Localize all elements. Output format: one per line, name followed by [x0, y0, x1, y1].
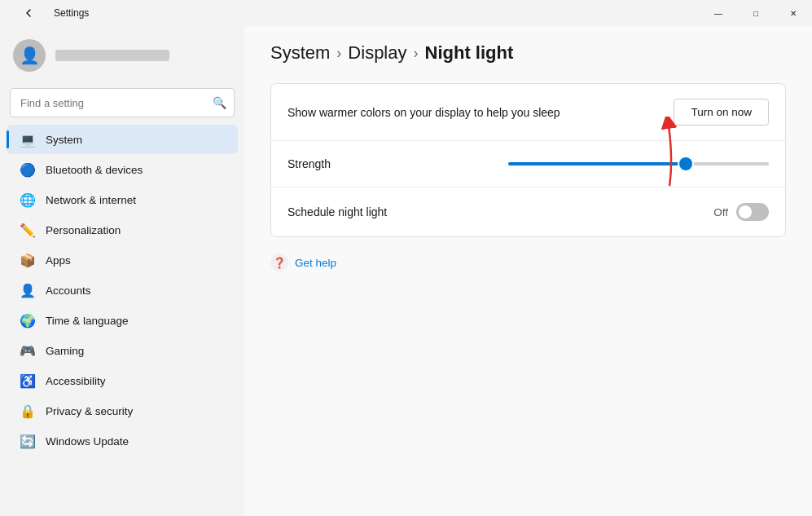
sidebar-item-time[interactable]: 🌍Time & language [7, 306, 238, 335]
titlebar: Settings — □ ✕ [0, 0, 812, 26]
schedule-toggle[interactable] [736, 203, 769, 221]
gaming-icon: 🎮 [20, 342, 36, 359]
strength-label: Strength [287, 157, 331, 170]
sidebar-label-privacy: Privacy & security [46, 405, 133, 417]
sidebar-label-apps: Apps [46, 254, 71, 267]
content-area: System › Display › Night light Show warm… [244, 26, 812, 516]
search-box: 🔍 [10, 88, 235, 117]
breadcrumb-sep1: › [336, 45, 341, 62]
sidebar-label-time: Time & language [46, 315, 129, 327]
slider-thumb [679, 157, 692, 170]
minimize-button[interactable]: — [700, 0, 737, 26]
schedule-off-label: Off [713, 206, 728, 218]
strength-slider[interactable] [508, 162, 769, 165]
sidebar: 👤 🔍 💻System🔵Bluetooth & devices🌐Network … [0, 26, 244, 516]
sidebar-label-network: Network & internet [46, 194, 136, 206]
schedule-toggle-wrapper: Off [713, 203, 769, 221]
sidebar-label-personalization: Personalization [46, 224, 121, 236]
sidebar-label-gaming: Gaming [46, 345, 84, 357]
sidebar-label-accounts: Accounts [46, 284, 91, 297]
slider-fill [508, 162, 686, 165]
sidebar-item-accessibility[interactable]: ♿Accessibility [7, 366, 238, 395]
sidebar-item-update[interactable]: 🔄Windows Update [7, 426, 238, 456]
search-icon: 🔍 [213, 96, 226, 109]
search-input[interactable] [10, 88, 235, 117]
system-icon: 💻 [20, 131, 36, 148]
sidebar-item-network[interactable]: 🌐Network & internet [7, 185, 238, 214]
app-title: Settings [54, 7, 89, 19]
settings-card: Show warmer colors on your display to he… [270, 83, 786, 237]
help-label: Get help [295, 257, 336, 269]
accounts-icon: 👤 [20, 282, 36, 298]
bluetooth-icon: 🔵 [20, 161, 36, 178]
close-button[interactable]: ✕ [775, 0, 812, 26]
help-icon: ❓ [270, 254, 288, 271]
user-icon: 👤 [20, 46, 40, 65]
sidebar-item-bluetooth[interactable]: 🔵Bluetooth & devices [7, 155, 238, 184]
main-container: 👤 🔍 💻System🔵Bluetooth & devices🌐Network … [0, 26, 812, 516]
schedule-label: Schedule night light [287, 205, 387, 218]
sidebar-item-gaming[interactable]: 🎮Gaming [7, 336, 238, 365]
warmer-colors-row: Show warmer colors on your display to he… [271, 84, 785, 141]
toggle-knob [739, 205, 752, 218]
personalization-icon: ✏️ [20, 222, 36, 238]
sidebar-item-privacy[interactable]: 🔒Privacy & security [7, 396, 238, 426]
turn-on-button[interactable]: Turn on now [674, 99, 769, 126]
schedule-row: Schedule night light Off [271, 187, 785, 236]
time-icon: 🌍 [20, 312, 36, 329]
sidebar-item-personalization[interactable]: ✏️Personalization [7, 215, 238, 245]
breadcrumb-display: Display [348, 42, 406, 64]
network-icon: 🌐 [20, 192, 36, 208]
sidebar-item-system[interactable]: 💻System [7, 125, 238, 154]
slider-track [508, 162, 769, 165]
nav-list: 💻System🔵Bluetooth & devices🌐Network & in… [0, 124, 244, 456]
warmer-colors-label: Show warmer colors on your display to he… [287, 106, 560, 119]
sidebar-label-update: Windows Update [46, 435, 129, 448]
strength-row: Strength [271, 141, 785, 187]
apps-icon: 📦 [20, 252, 36, 268]
sidebar-label-bluetooth: Bluetooth & devices [46, 164, 143, 176]
user-section: 👤 [0, 26, 244, 85]
sidebar-label-accessibility: Accessibility [46, 375, 106, 387]
update-icon: 🔄 [20, 433, 36, 449]
breadcrumb-nightlight: Night light [425, 42, 514, 64]
user-name [55, 50, 169, 61]
get-help-link[interactable]: ❓ Get help [270, 254, 786, 271]
sidebar-item-apps[interactable]: 📦Apps [7, 245, 238, 275]
breadcrumb-sep2: › [414, 45, 419, 62]
privacy-icon: 🔒 [20, 403, 36, 419]
breadcrumb-system: System [270, 42, 330, 64]
maximize-button[interactable]: □ [737, 0, 775, 26]
sidebar-label-system: System [46, 134, 82, 146]
sidebar-item-accounts[interactable]: 👤Accounts [7, 276, 238, 305]
avatar: 👤 [13, 39, 46, 72]
accessibility-icon: ♿ [20, 373, 36, 389]
back-button[interactable] [10, 0, 47, 26]
breadcrumb: System › Display › Night light [270, 42, 786, 64]
